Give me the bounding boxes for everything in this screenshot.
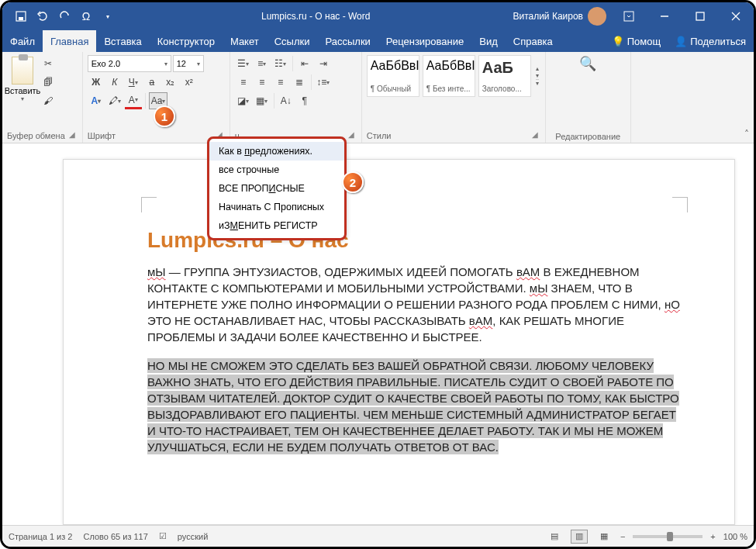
share-button[interactable]: 👤 Поделиться	[667, 30, 754, 52]
format-painter-icon[interactable]: 🖌	[40, 92, 57, 109]
change-case-menu: Как в предложениях.все строчныеВСЕ ПРОПИ…	[209, 138, 345, 239]
dialog-launcher-icon[interactable]: ◢	[346, 130, 357, 141]
tab-рассылки[interactable]: Рассылки	[317, 30, 378, 52]
title-bar: Ω ▾ Lumpics.ru - О нас - Word Виталий Ка…	[2, 2, 754, 30]
copy-icon[interactable]: 🗐	[40, 74, 57, 91]
cut-icon[interactable]: ✂	[40, 55, 57, 72]
font-name-combo[interactable]: Exo 2.0▾	[88, 55, 171, 72]
tab-вид[interactable]: Вид	[471, 30, 506, 52]
line-spacing-icon[interactable]: ↕≡▾	[315, 74, 332, 91]
zoom-level[interactable]: 100 %	[723, 532, 747, 541]
highlight-icon[interactable]: 🖍▾	[106, 92, 123, 109]
ribbon-options-icon[interactable]	[611, 2, 647, 30]
align-center-icon[interactable]: ≡	[254, 74, 271, 91]
maximize-icon[interactable]	[682, 2, 718, 30]
document-area: Lumpics.ru – О нас мЫ — ГРУППА ЭНТУЗИАСТ…	[2, 143, 754, 525]
redo-icon[interactable]	[54, 5, 75, 27]
style-preview[interactable]: АаБбВвІ¶ Обычный	[367, 55, 419, 97]
group-editing: 🔍 Редактирование	[546, 52, 631, 143]
group-label: Шрифт	[88, 131, 116, 140]
tab-вставка[interactable]: Вставка	[96, 30, 149, 52]
zoom-out-icon[interactable]: −	[620, 532, 625, 541]
zoom-slider[interactable]	[633, 535, 702, 538]
callout-1: 1	[154, 105, 175, 127]
ribbon: Вставить ▾ ✂ 🗐 🖌 Буфер обмена◢ Exo 2.0▾ …	[2, 52, 754, 143]
clipboard-icon	[12, 57, 33, 85]
tab-макет[interactable]: Макет	[223, 30, 267, 52]
callout-2: 2	[342, 171, 364, 193]
qat-customize-icon[interactable]: ▾	[97, 5, 119, 27]
tab-file[interactable]: Файл	[2, 30, 43, 52]
document-content[interactable]: Lumpics.ru – О нас мЫ — ГРУППА ЭНТУЗИАСТ…	[147, 228, 682, 468]
paragraph-selected: НО МЫ НЕ СМОЖЕМ ЭТО СДЕЛАТЬ БЕЗ ВАШЕЙ ОБ…	[147, 357, 682, 455]
shading-icon[interactable]: ◪▾	[235, 92, 252, 109]
underline-button[interactable]: Ч▾	[125, 74, 142, 91]
outdent-icon[interactable]: ⇤	[296, 55, 313, 72]
group-clipboard: Вставить ▾ ✂ 🗐 🖌 Буфер обмена◢	[2, 52, 83, 143]
status-page[interactable]: Страница 1 из 2	[9, 532, 72, 541]
status-words[interactable]: Слово 65 из 117	[83, 532, 147, 541]
font-color-icon[interactable]: A▾	[125, 92, 142, 109]
multilevel-icon[interactable]: ☷▾	[272, 55, 289, 72]
tab-справка[interactable]: Справка	[506, 30, 561, 52]
view-read-icon[interactable]: ▤	[546, 530, 563, 544]
group-font: Exo 2.0▾ 12▾ Ж К Ч▾ a x₂ x² A▾ 🖍▾ A▾ Aa▾…	[83, 52, 230, 143]
case-menu-item[interactable]: все строчные	[209, 161, 344, 179]
status-language[interactable]: русский	[178, 532, 208, 541]
ribbon-tabs: Файл ГлавнаяВставкаКонструкторМакетСсылк…	[2, 30, 754, 52]
dialog-launcher-icon[interactable]: ◢	[67, 130, 78, 141]
page[interactable]: Lumpics.ru – О нас мЫ — ГРУППА ЭНТУЗИАСТ…	[63, 159, 735, 525]
sort-icon[interactable]: A↓	[278, 92, 295, 109]
styles-more-icon[interactable]: ▴▾▾	[534, 65, 540, 87]
text-effects-icon[interactable]: A▾	[88, 92, 105, 109]
borders-icon[interactable]: ▦▾	[254, 92, 271, 109]
zoom-in-icon[interactable]: +	[710, 532, 715, 541]
undo-icon[interactable]	[32, 5, 54, 27]
tab-конструктор[interactable]: Конструктор	[150, 30, 223, 52]
superscript-button[interactable]: x²	[181, 74, 198, 91]
style-preview[interactable]: АаБбВвІ¶ Без инте...	[423, 55, 475, 97]
paste-button[interactable]: Вставить ▾	[7, 57, 38, 108]
justify-icon[interactable]: ≣	[291, 74, 308, 91]
style-preview[interactable]: АаБЗаголово...	[478, 55, 531, 97]
strike-button[interactable]: a	[143, 74, 161, 91]
margin-corner-icon	[141, 197, 157, 212]
view-web-icon[interactable]: ▦	[595, 530, 613, 544]
case-menu-item[interactable]: Как в предложениях.	[209, 142, 344, 161]
user-name: Виталий Каиров	[513, 11, 583, 22]
case-menu-item[interactable]: иЗМЕНИТЬ РЕГИСТР	[209, 216, 344, 235]
bullets-icon[interactable]: ☰▾	[235, 55, 252, 72]
case-menu-item[interactable]: Начинать С Прописных	[209, 198, 344, 216]
case-menu-item[interactable]: ВСЕ ПРОПИСНЫЕ	[209, 179, 344, 198]
save-icon[interactable]	[10, 5, 32, 27]
minimize-icon[interactable]	[647, 2, 682, 30]
subscript-button[interactable]: x₂	[162, 74, 179, 91]
group-label: Редактирование	[555, 132, 620, 141]
tab-рецензирование[interactable]: Рецензирование	[378, 30, 471, 52]
dialog-launcher-icon[interactable]: ◢	[530, 130, 540, 141]
group-label: Буфер обмена	[7, 131, 65, 140]
tab-главная[interactable]: Главная	[43, 30, 96, 52]
font-size-combo[interactable]: 12▾	[173, 55, 204, 72]
quick-access-toolbar: Ω ▾	[2, 5, 119, 27]
close-icon[interactable]	[718, 2, 754, 30]
align-left-icon[interactable]: ≡	[235, 74, 252, 91]
group-styles: АаБбВвІ¶ ОбычныйАаБбВвІ¶ Без инте...АаБЗ…	[362, 52, 546, 143]
indent-icon[interactable]: ⇥	[315, 55, 332, 72]
show-marks-icon[interactable]: ¶	[296, 92, 313, 109]
tell-me[interactable]: 💡 Помощ	[606, 30, 667, 52]
collapse-ribbon-icon[interactable]: ˄	[744, 129, 749, 140]
align-right-icon[interactable]: ≡	[272, 74, 289, 91]
find-icon[interactable]: 🔍	[578, 55, 598, 72]
italic-button[interactable]: К	[106, 74, 123, 91]
svg-rect-1	[19, 17, 23, 20]
tab-ссылки[interactable]: Ссылки	[267, 30, 318, 52]
status-proofing-icon[interactable]: ☑	[159, 531, 167, 541]
view-print-icon[interactable]: ▥	[571, 530, 588, 544]
numbering-icon[interactable]: ≡▾	[254, 55, 271, 72]
bold-button[interactable]: Ж	[88, 74, 105, 91]
user-account[interactable]: Виталий Каиров	[513, 7, 606, 26]
status-bar: Страница 1 из 2 Слово 65 из 117 ☑ русски…	[2, 525, 754, 547]
group-paragraph: ☰▾ ≡▾ ☷▾ ⇤ ⇥ ≡ ≡ ≡ ≣ ↕≡▾ ◪▾ ▦▾ A↓ ¶ ц◢	[230, 52, 362, 143]
symbol-icon[interactable]: Ω	[75, 5, 97, 27]
